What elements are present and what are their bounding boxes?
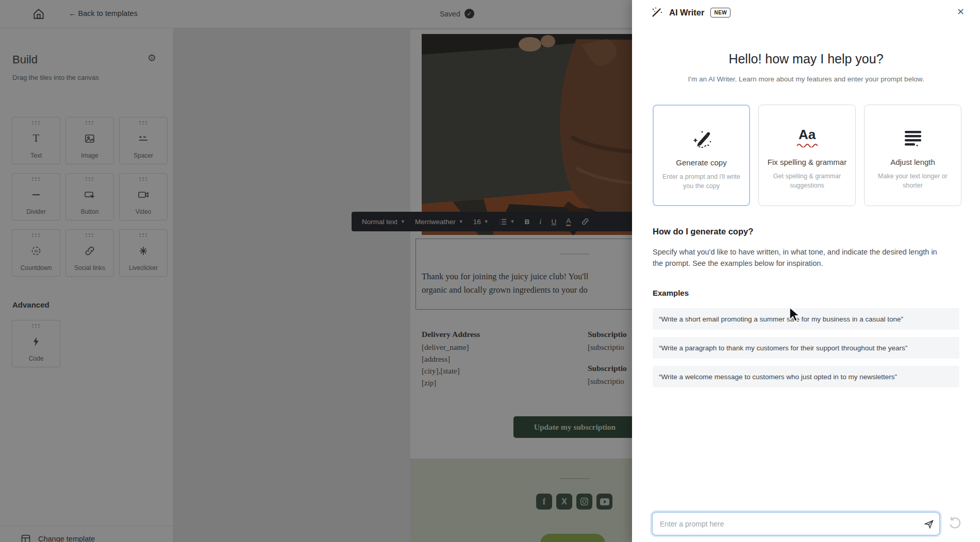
dim-overlay: [0, 0, 632, 542]
example-prompt-2[interactable]: “Write a paragraph to thank my customers…: [653, 337, 959, 359]
send-icon: [924, 519, 934, 529]
fix-spelling-card[interactable]: Aa Fix spelling & grammar Get spelling &…: [758, 105, 856, 206]
pencil-sparkle-icon: [690, 123, 713, 156]
how-to-body: Specify what you'd like to have written,…: [653, 246, 945, 269]
example-prompt-3[interactable]: “Write a welcome message to customers wh…: [653, 366, 959, 387]
prompt-input-wrap: [652, 512, 940, 536]
ai-greeting-subtitle: I'm an AI Writer. Learn more about my fe…: [632, 75, 980, 83]
text-length-icon: [901, 123, 925, 156]
spellcheck-icon: Aa: [796, 123, 819, 156]
ai-greeting-title: Hello! how may I help you?: [632, 52, 980, 66]
close-icon[interactable]: ✕: [957, 6, 965, 18]
prompt-input[interactable]: [653, 520, 919, 528]
examples-heading: Examples: [653, 289, 689, 297]
send-prompt-button[interactable]: [919, 514, 939, 534]
ai-panel-header: AI Writer NEW: [651, 6, 730, 19]
how-to-heading: How do I generate copy?: [653, 227, 753, 236]
mouse-cursor: [789, 307, 802, 325]
ai-feature-cards: Generate copy Enter a prompt and i'll wr…: [653, 105, 961, 206]
magic-wand-icon: [651, 6, 663, 19]
generate-copy-card[interactable]: Generate copy Enter a prompt and i'll wr…: [653, 105, 750, 206]
example-prompt-1[interactable]: “Write a short email promoting a summer …: [653, 308, 959, 330]
new-badge: NEW: [710, 8, 730, 18]
refresh-icon[interactable]: [948, 515, 962, 532]
adjust-length-card[interactable]: Adjust length Make your text longer or s…: [864, 105, 961, 206]
ai-panel-title: AI Writer: [669, 8, 704, 18]
ai-writer-panel: AI Writer NEW ✕ Hello! how may I help yo…: [632, 0, 980, 542]
